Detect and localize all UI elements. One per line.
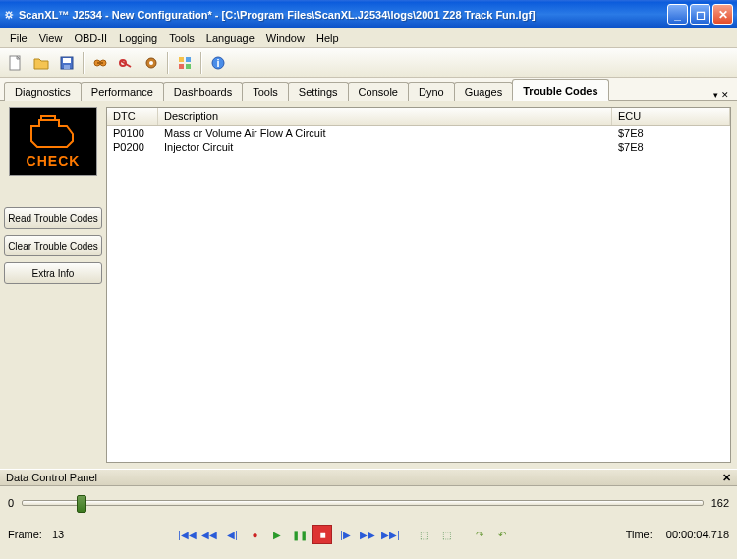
menu-tools[interactable]: Tools <box>163 30 200 46</box>
menu-language[interactable]: Language <box>200 30 260 46</box>
svg-rect-13 <box>179 64 184 69</box>
minimize-button[interactable]: _ <box>667 4 688 25</box>
tab-tools[interactable]: Tools <box>242 82 289 101</box>
window-title: ScanXL™ J2534 - New Configuration* - [C:… <box>15 9 665 21</box>
extra-info-button[interactable]: Extra Info <box>4 262 102 284</box>
frame-value: 13 <box>52 529 64 540</box>
disconnect-icon[interactable] <box>114 51 138 75</box>
skip-start-icon[interactable]: |◀◀ <box>177 525 197 544</box>
tab-console[interactable]: Console <box>348 82 409 101</box>
svg-text:i: i <box>216 57 219 69</box>
dcp-close-icon[interactable]: ✕ <box>722 472 731 483</box>
titlebar: ⛭ ScanXL™ J2534 - New Configuration* - [… <box>0 0 737 28</box>
dashboard-icon[interactable] <box>173 51 197 75</box>
rewind-icon[interactable]: ◀◀ <box>199 525 219 544</box>
tab-performance[interactable]: Performance <box>81 82 164 101</box>
tab-trouble-codes[interactable]: Trouble Codes <box>512 79 608 101</box>
main-tabs: Diagnostics Performance Dashboards Tools… <box>0 78 737 101</box>
toolbar: i <box>0 48 737 78</box>
svg-rect-2 <box>63 58 71 63</box>
menu-view[interactable]: View <box>33 30 69 46</box>
tab-diagnostics[interactable]: Diagnostics <box>4 82 82 101</box>
record-icon[interactable]: ● <box>245 525 264 544</box>
menu-window[interactable]: Window <box>260 30 311 46</box>
close-button[interactable]: ✕ <box>712 4 733 25</box>
gear-icon[interactable] <box>140 51 163 75</box>
col-ecu[interactable]: ECU <box>612 108 730 125</box>
time-label: Time: <box>626 529 652 540</box>
slider-thumb[interactable] <box>77 495 86 513</box>
col-dtc[interactable]: DTC <box>107 108 158 125</box>
step-fwd-icon[interactable]: |▶ <box>335 525 355 544</box>
new-file-icon[interactable] <box>4 51 28 75</box>
frame-slider[interactable] <box>22 500 704 506</box>
menu-obdii[interactable]: OBD-II <box>68 30 113 46</box>
svg-point-10 <box>149 61 153 65</box>
check-label: CHECK <box>27 153 81 169</box>
sidebar: CHECK Read Trouble Codes Clear Trouble C… <box>0 101 106 469</box>
marker-b-icon[interactable]: ⬚ <box>436 525 456 544</box>
svg-rect-14 <box>186 64 191 69</box>
app-icon: ⛭ <box>4 9 15 21</box>
save-icon[interactable] <box>55 51 79 75</box>
trouble-codes-table: DTC Description ECU P0100Mass or Volume … <box>106 107 731 463</box>
export2-icon[interactable]: ↶ <box>492 525 512 544</box>
table-row[interactable]: P0200Injector Circuit$7E8 <box>107 140 730 155</box>
play-icon[interactable]: ▶ <box>267 525 287 544</box>
open-folder-icon[interactable] <box>29 51 53 75</box>
cell-dtc: P0200 <box>107 140 158 155</box>
slider-min: 0 <box>8 497 14 509</box>
menu-file[interactable]: File <box>4 30 33 46</box>
stop-icon[interactable]: ■ <box>312 525 332 544</box>
menu-logging[interactable]: Logging <box>113 30 163 46</box>
dcp-title: Data Control Panel <box>6 472 97 483</box>
slider-max: 162 <box>711 497 729 509</box>
menu-help[interactable]: Help <box>311 30 345 46</box>
table-row[interactable]: P0100Mass or Volume Air Flow A Circuit$7… <box>107 126 730 140</box>
check-engine-icon: CHECK <box>9 107 97 176</box>
tab-dashboards[interactable]: Dashboards <box>163 82 243 101</box>
cell-ecu: $7E8 <box>612 140 730 155</box>
cell-desc: Injector Circuit <box>158 140 612 155</box>
export-icon[interactable]: ↷ <box>470 525 489 544</box>
read-trouble-codes-button[interactable]: Read Trouble Codes <box>4 207 102 229</box>
col-description[interactable]: Description <box>158 108 612 125</box>
svg-rect-11 <box>179 57 184 62</box>
data-control-panel: 0 162 Frame: 13 |◀◀ ◀◀ ◀| ● ▶ ❚❚ ■ |▶ ▶▶… <box>0 486 737 559</box>
menubar: File View OBD-II Logging Tools Language … <box>0 28 737 48</box>
skip-end-icon[interactable]: ▶▶| <box>380 525 400 544</box>
info-icon[interactable]: i <box>206 51 230 75</box>
svg-rect-3 <box>64 65 70 69</box>
maximize-button[interactable]: ◻ <box>690 4 710 25</box>
frame-label: Frame: <box>8 529 49 540</box>
time-value: 00:00:04.718 <box>666 529 729 540</box>
marker-a-icon[interactable]: ⬚ <box>414 525 433 544</box>
tab-overflow-icon[interactable]: ▾ ✕ <box>713 90 733 100</box>
connect-icon[interactable] <box>88 51 112 75</box>
svg-rect-12 <box>186 57 191 62</box>
step-back-icon[interactable]: ◀| <box>222 525 242 544</box>
tab-dyno[interactable]: Dyno <box>408 82 455 101</box>
cell-desc: Mass or Volume Air Flow A Circuit <box>158 126 612 140</box>
clear-trouble-codes-button[interactable]: Clear Trouble Codes <box>4 235 102 256</box>
data-control-panel-header: Data Control Panel ✕ <box>0 469 737 486</box>
cell-ecu: $7E8 <box>612 126 730 140</box>
tab-settings[interactable]: Settings <box>288 82 349 101</box>
ffwd-icon[interactable]: ▶▶ <box>358 525 377 544</box>
svg-rect-6 <box>97 62 103 64</box>
tab-guages[interactable]: Guages <box>454 82 514 101</box>
cell-dtc: P0100 <box>107 126 158 140</box>
pause-icon[interactable]: ❚❚ <box>290 525 310 544</box>
